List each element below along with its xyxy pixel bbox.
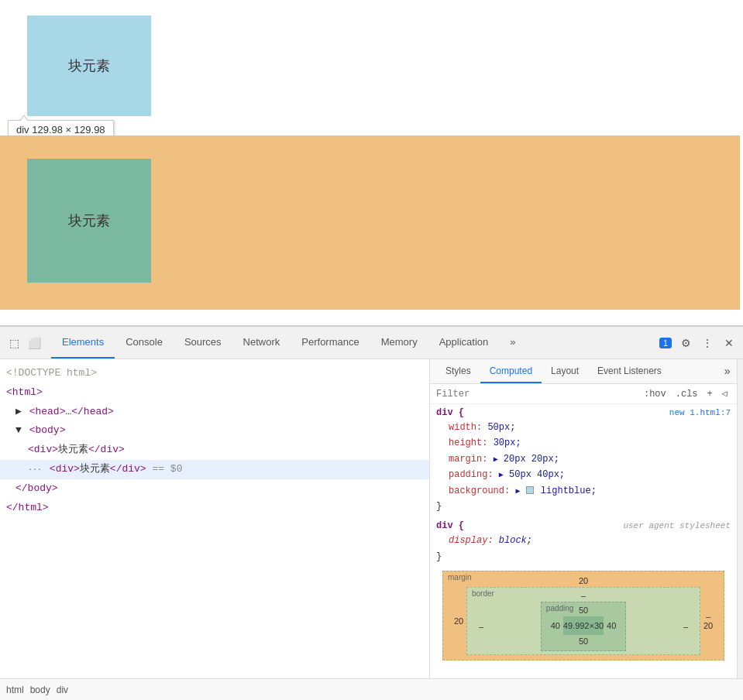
- dom-line-body-close[interactable]: </body>: [0, 479, 429, 499]
- margin-left-value: 20: [451, 616, 466, 626]
- border-right-value: –: [678, 622, 693, 631]
- block2-text: 块元素: [68, 211, 110, 230]
- filter-cls-button[interactable]: .cls: [672, 388, 701, 400]
- padding-label: padding: [546, 604, 574, 612]
- styles-tabs: Styles Computed Layout Event Listeners »: [430, 359, 737, 384]
- tab-performance[interactable]: Performance: [291, 327, 370, 359]
- box-model-diagram: margin 20 20 border – – padding: [442, 571, 724, 661]
- border-middle: – padding 50 40 49.992×30 40: [473, 602, 693, 651]
- dom-line-html[interactable]: <html>: [0, 383, 429, 403]
- rule-1-prop-background: background: ▶ lightblue;: [436, 483, 731, 499]
- border-top-value: –: [473, 591, 693, 600]
- styles-scrollbar[interactable]: [737, 359, 743, 678]
- tab-console[interactable]: Console: [115, 327, 174, 359]
- devtools-content: <!DOCTYPE html> <html> ▶ <head>…</head> …: [0, 359, 743, 678]
- tab-elements[interactable]: Elements: [51, 327, 115, 359]
- border-label: border: [472, 589, 494, 598]
- margin-top-value: 20: [451, 576, 716, 585]
- rule-1-prop-height: height: 30px;: [436, 435, 731, 451]
- toolbar-right: 1 ⚙ ⋮ ✕: [659, 335, 737, 351]
- styles-tab-computed[interactable]: Computed: [480, 359, 542, 383]
- dom-panel[interactable]: <!DOCTYPE html> <html> ▶ <head>…</head> …: [0, 359, 430, 678]
- styles-tab-layout[interactable]: Layout: [542, 359, 588, 383]
- padding-middle: 40 49.992×30 40: [548, 616, 619, 635]
- styles-filter-bar: :hov .cls + ◁: [430, 384, 737, 404]
- rule-1-prop-width: width: 50px;: [436, 420, 731, 435]
- style-rule-2: div { user agent stylesheet display: blo…: [436, 520, 731, 564]
- dom-line-head[interactable]: ▶ <head>…</head>: [0, 403, 429, 422]
- filter-hov-button[interactable]: :hov: [641, 388, 669, 400]
- orange-container: 块元素: [0, 136, 740, 310]
- inspect-cursor-icon[interactable]: ⬚: [6, 335, 22, 351]
- devtools-toolbar: ⬚ ⬜ Elements Console Sources Network Per…: [0, 327, 743, 359]
- tab-sources[interactable]: Sources: [174, 327, 232, 359]
- tooltip-tag: div: [16, 124, 29, 136]
- devtools-breadcrumb: html body div: [0, 678, 743, 700]
- devtools-tabs: Elements Console Sources Network Perform…: [51, 327, 527, 359]
- styles-filter-input[interactable]: [436, 389, 641, 400]
- filter-add-button[interactable]: +: [704, 388, 716, 400]
- rule-1-prop-padding: padding: ▶ 50px 40px;: [436, 467, 731, 482]
- devtools-panel: ⬚ ⬜ Elements Console Sources Network Per…: [0, 325, 743, 700]
- rule-1-close: }: [436, 499, 731, 514]
- dom-line-body[interactable]: ▼ <body>: [0, 421, 429, 441]
- block1-text: 块元素: [68, 57, 110, 75]
- dom-line-div2-selected[interactable]: ··· <div>块元素</div> == $0: [0, 460, 429, 479]
- rule-1-selector: div {: [436, 407, 464, 418]
- styles-panel: Styles Computed Layout Event Listeners »…: [430, 359, 737, 678]
- breadcrumb-div[interactable]: div: [57, 685, 68, 695]
- border-left-value: –: [473, 622, 489, 631]
- margin-label: margin: [448, 573, 472, 582]
- box-margin: margin 20 20 border – – padding: [442, 571, 724, 661]
- filter-scroll-left[interactable]: ◁: [719, 387, 731, 400]
- rule-2-selector: div {: [436, 520, 464, 531]
- margin-right-value: – 20: [700, 612, 716, 630]
- more-options-icon[interactable]: ⋮: [700, 335, 715, 351]
- rule-2-close: }: [436, 549, 731, 564]
- padding-bottom-value: 50: [548, 637, 619, 646]
- styles-tab-more[interactable]: »: [724, 365, 731, 378]
- tooltip-dimensions: 129.98 × 129.98: [32, 124, 105, 136]
- style-rule-1: div { new 1.html:7 width: 50px; height: …: [436, 407, 731, 514]
- rule-2-header: div { user agent stylesheet: [436, 520, 731, 531]
- breadcrumb-body[interactable]: body: [30, 685, 50, 695]
- breadcrumb-html[interactable]: html: [6, 685, 24, 695]
- doctype-text: <!DOCTYPE html>: [6, 367, 97, 379]
- styles-tab-event-listeners[interactable]: Event Listeners: [588, 359, 671, 383]
- selected-indicator: ···: [28, 465, 42, 474]
- rule-1-header: div { new 1.html:7: [436, 407, 731, 418]
- padding-right-value: 40: [604, 621, 619, 630]
- styles-tab-styles[interactable]: Styles: [436, 359, 480, 383]
- dom-line-div1[interactable]: <div>块元素</div>: [0, 441, 429, 460]
- rule-1-source[interactable]: new 1.html:7: [669, 408, 731, 417]
- block-element-2: 块元素: [27, 159, 151, 283]
- close-devtools-icon[interactable]: ✕: [721, 335, 737, 351]
- dom-line-doctype: <!DOCTYPE html>: [0, 364, 429, 383]
- tab-network[interactable]: Network: [232, 327, 291, 359]
- box-padding: padding 50 40 49.992×30 40 50: [541, 602, 626, 651]
- notification-badge: 1: [659, 338, 672, 348]
- device-toggle-icon[interactable]: ⬜: [26, 335, 42, 351]
- filter-actions: :hov .cls + ◁: [641, 387, 731, 400]
- settings-icon[interactable]: ⚙: [678, 335, 693, 351]
- toolbar-icons: ⬚ ⬜: [6, 335, 42, 351]
- rule-1-prop-margin: margin: ▶ 20px 20px;: [436, 451, 731, 467]
- rule-2-source: user agent stylesheet: [623, 521, 731, 530]
- styles-content[interactable]: div { new 1.html:7 width: 50px; height: …: [430, 404, 737, 678]
- block-element-1: 块元素: [27, 15, 151, 116]
- color-swatch-lightblue[interactable]: [526, 486, 534, 494]
- browser-preview: 块元素 div 129.98 × 129.98 块元素: [0, 0, 743, 325]
- tab-application[interactable]: Application: [428, 327, 500, 359]
- box-border: border – – padding 50 40: [466, 587, 700, 655]
- padding-left-value: 40: [548, 621, 563, 630]
- box-middle: 20 border – – padding 50: [451, 587, 716, 655]
- tab-memory[interactable]: Memory: [370, 327, 428, 359]
- box-content: 49.992×30: [563, 616, 604, 635]
- rule-2-prop-display: display: block;: [436, 533, 731, 548]
- dom-line-html-close[interactable]: </html>: [0, 499, 429, 518]
- tab-more[interactable]: »: [499, 327, 526, 359]
